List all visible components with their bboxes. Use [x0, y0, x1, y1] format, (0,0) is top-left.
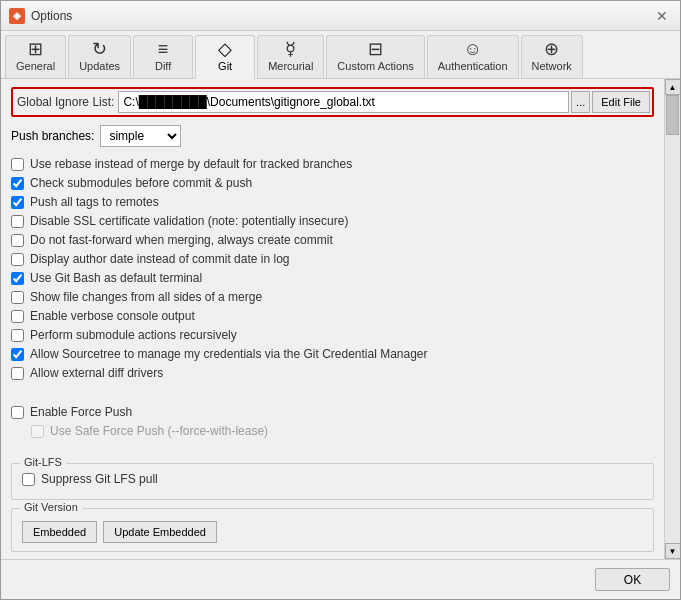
checkbox-disable-ssl: Disable SSL certificate validation (note… [11, 214, 654, 228]
disable-ssl-checkbox[interactable] [11, 215, 24, 228]
credential-manager-checkbox[interactable] [11, 348, 24, 361]
tab-authentication[interactable]: ☺ Authentication [427, 35, 519, 78]
tab-network[interactable]: ⊕ Network [521, 35, 583, 78]
checkbox-author-date: Display author date instead of commit da… [11, 252, 654, 266]
tab-mercurial-label: Mercurial [268, 60, 313, 72]
git-version-group: Git Version Embedded Update Embedded [11, 508, 654, 552]
git-icon: ◇ [218, 40, 232, 58]
git-version-row: Embedded Update Embedded [22, 521, 643, 543]
checkbox-push-tags: Push all tags to remotes [11, 195, 654, 209]
main-area: Global Ignore List: ... Edit File Push b… [1, 79, 680, 559]
diff-icon: ≡ [158, 40, 169, 58]
checkbox-submodule-recursive: Perform submodule actions recursively [11, 328, 654, 342]
credential-manager-label: Allow Sourcetree to manage my credential… [30, 347, 428, 361]
external-diff-checkbox[interactable] [11, 367, 24, 380]
submodule-recursive-label: Perform submodule actions recursively [30, 328, 237, 342]
tab-git[interactable]: ◇ Git [195, 35, 255, 79]
checkbox-rebase: Use rebase instead of merge by default f… [11, 157, 654, 171]
ignore-list-row: Global Ignore List: ... Edit File [11, 87, 654, 117]
checkbox-external-diff: Allow external diff drivers [11, 366, 654, 380]
checkbox-submodules: Check submodules before commit & push [11, 176, 654, 190]
bottom-bar: OK [1, 559, 680, 599]
force-push-row: Enable Force Push [11, 405, 654, 419]
custom-actions-icon: ⊟ [368, 40, 383, 58]
verbose-console-label: Enable verbose console output [30, 309, 195, 323]
submodules-checkbox[interactable] [11, 177, 24, 190]
author-date-label: Display author date instead of commit da… [30, 252, 289, 266]
git-bash-label: Use Git Bash as default terminal [30, 271, 202, 285]
submodule-recursive-checkbox[interactable] [11, 329, 24, 342]
close-button[interactable]: ✕ [652, 6, 672, 26]
rebase-label: Use rebase instead of merge by default f… [30, 157, 352, 171]
submodules-label: Check submodules before commit & push [30, 176, 252, 190]
show-file-changes-checkbox[interactable] [11, 291, 24, 304]
checkbox-show-file-changes: Show file changes from all sides of a me… [11, 290, 654, 304]
git-lfs-label: Git-LFS [20, 456, 66, 468]
suppress-lfs-pull-checkbox[interactable] [22, 473, 35, 486]
git-bash-checkbox[interactable] [11, 272, 24, 285]
push-tags-label: Push all tags to remotes [30, 195, 159, 209]
tab-network-label: Network [532, 60, 572, 72]
tab-general[interactable]: ⊞ General [5, 35, 66, 78]
tab-mercurial[interactable]: ☿ Mercurial [257, 35, 324, 78]
git-version-label: Git Version [20, 501, 82, 513]
ok-button[interactable]: OK [595, 568, 670, 591]
push-branches-select[interactable]: simple current upstream matching [100, 125, 181, 147]
scrollbar-thumb[interactable] [666, 95, 679, 135]
tab-diff-label: Diff [155, 60, 171, 72]
safe-force-push-label: Use Safe Force Push (--force-with-lease) [50, 424, 268, 438]
options-window: ◈ Options ✕ ⊞ General ↻ Updates ≡ Diff ◇… [0, 0, 681, 600]
rebase-checkbox[interactable] [11, 158, 24, 171]
tab-updates[interactable]: ↻ Updates [68, 35, 131, 78]
verbose-console-checkbox[interactable] [11, 310, 24, 323]
window-title: Options [31, 9, 652, 23]
scrollbar-track[interactable] [665, 95, 680, 543]
checkbox-no-fast-forward: Do not fast-forward when merging, always… [11, 233, 654, 247]
edit-file-button[interactable]: Edit File [592, 91, 650, 113]
author-date-checkbox[interactable] [11, 253, 24, 266]
settings-panel: Global Ignore List: ... Edit File Push b… [1, 79, 664, 559]
tab-custom-actions-label: Custom Actions [337, 60, 413, 72]
external-diff-label: Allow external diff drivers [30, 366, 163, 380]
title-bar: ◈ Options ✕ [1, 1, 680, 31]
general-icon: ⊞ [28, 40, 43, 58]
tab-bar: ⊞ General ↻ Updates ≡ Diff ◇ Git ☿ Mercu… [1, 31, 680, 79]
force-push-label: Enable Force Push [30, 405, 132, 419]
tab-general-label: General [16, 60, 55, 72]
checkbox-credential-manager: Allow Sourcetree to manage my credential… [11, 347, 654, 361]
show-file-changes-label: Show file changes from all sides of a me… [30, 290, 262, 304]
safe-force-push-row: Use Safe Force Push (--force-with-lease) [11, 424, 654, 438]
checkbox-verbose-console: Enable verbose console output [11, 309, 654, 323]
force-push-section: Enable Force Push Use Safe Force Push (-… [11, 405, 654, 443]
ignore-list-label: Global Ignore List: [15, 95, 114, 109]
scroll-up-button[interactable]: ▲ [665, 79, 681, 95]
app-icon: ◈ [9, 8, 25, 24]
embedded-button[interactable]: Embedded [22, 521, 97, 543]
tab-authentication-label: Authentication [438, 60, 508, 72]
tab-diff[interactable]: ≡ Diff [133, 35, 193, 78]
push-branches-label: Push branches: [11, 129, 94, 143]
suppress-lfs-pull-label: Suppress Git LFS pull [41, 472, 158, 486]
network-icon: ⊕ [544, 40, 559, 58]
scrollbar: ▲ ▼ [664, 79, 680, 559]
mercurial-icon: ☿ [285, 40, 296, 58]
checkbox-git-bash: Use Git Bash as default terminal [11, 271, 654, 285]
authentication-icon: ☺ [463, 40, 481, 58]
browse-button[interactable]: ... [571, 91, 590, 113]
scroll-down-button[interactable]: ▼ [665, 543, 681, 559]
no-fast-forward-checkbox[interactable] [11, 234, 24, 247]
tab-custom-actions[interactable]: ⊟ Custom Actions [326, 35, 424, 78]
push-tags-checkbox[interactable] [11, 196, 24, 209]
ignore-list-input[interactable] [118, 91, 569, 113]
tab-updates-label: Updates [79, 60, 120, 72]
tab-git-label: Git [218, 60, 232, 72]
push-branches-row: Push branches: simple current upstream m… [11, 125, 654, 147]
git-lfs-group: Git-LFS Suppress Git LFS pull [11, 463, 654, 500]
safe-force-push-checkbox[interactable] [31, 425, 44, 438]
updates-icon: ↻ [92, 40, 107, 58]
no-fast-forward-label: Do not fast-forward when merging, always… [30, 233, 333, 247]
suppress-lfs-pull-row: Suppress Git LFS pull [22, 472, 643, 486]
update-embedded-button[interactable]: Update Embedded [103, 521, 217, 543]
disable-ssl-label: Disable SSL certificate validation (note… [30, 214, 348, 228]
force-push-checkbox[interactable] [11, 406, 24, 419]
